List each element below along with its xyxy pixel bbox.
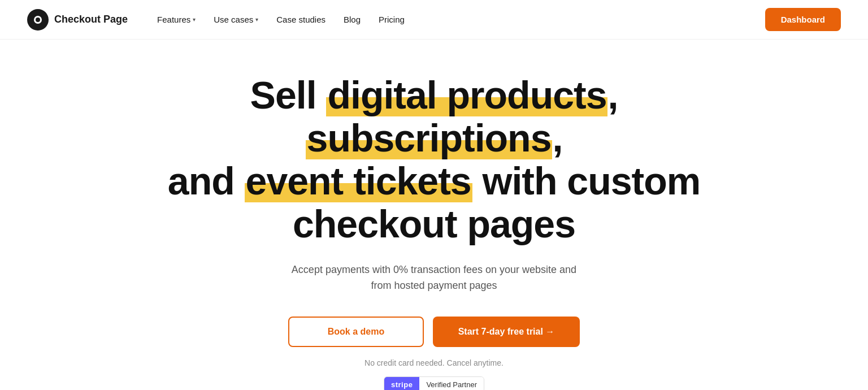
stripe-logo: stripe (384, 377, 419, 390)
hero-title: Sell digital products, subscriptions,and… (157, 73, 711, 246)
nav-use-cases[interactable]: Use cases ▾ (207, 10, 265, 29)
hero-subtitle: Accept payments with 0% transaction fees… (287, 262, 581, 294)
logo-text: Checkout Page (54, 14, 128, 25)
chevron-down-icon: ▾ (255, 16, 258, 23)
nav-features[interactable]: Features ▾ (150, 10, 202, 29)
hero-note: No credit card needed. Cancel anytime. (364, 358, 504, 367)
hero-section: Sell digital products, subscriptions,and… (0, 40, 868, 390)
nav-case-studies[interactable]: Case studies (270, 10, 332, 29)
nav-links: Features ▾ Use cases ▾ Case studies Blog… (150, 10, 411, 29)
hero-highlight-event-tickets: event tickets (245, 159, 472, 202)
book-demo-button[interactable]: Book a demo (288, 317, 424, 347)
hero-highlight-digital-products: digital products (326, 73, 607, 116)
stripe-verified-badge: stripe Verified Partner (384, 376, 484, 390)
navbar-left: Checkout Page Features ▾ Use cases ▾ Cas… (27, 9, 411, 31)
hero-title-plain-1: Sell (250, 73, 327, 116)
hero-title-plain-2: , (607, 73, 618, 116)
start-trial-button[interactable]: Start 7-day free trial → (433, 317, 580, 347)
logo-icon-inner (36, 18, 40, 22)
hero-buttons: Book a demo Start 7-day free trial → (288, 317, 580, 347)
logo[interactable]: Checkout Page (27, 9, 128, 31)
logo-icon (27, 9, 49, 31)
dashboard-button[interactable]: Dashboard (765, 8, 841, 31)
nav-pricing[interactable]: Pricing (372, 10, 411, 29)
chevron-down-icon: ▾ (193, 16, 196, 23)
hero-highlight-subscriptions: subscriptions (306, 116, 553, 159)
stripe-verified-text: Verified Partner (419, 377, 484, 390)
navbar: Checkout Page Features ▾ Use cases ▾ Cas… (0, 0, 868, 40)
nav-blog[interactable]: Blog (337, 10, 367, 29)
